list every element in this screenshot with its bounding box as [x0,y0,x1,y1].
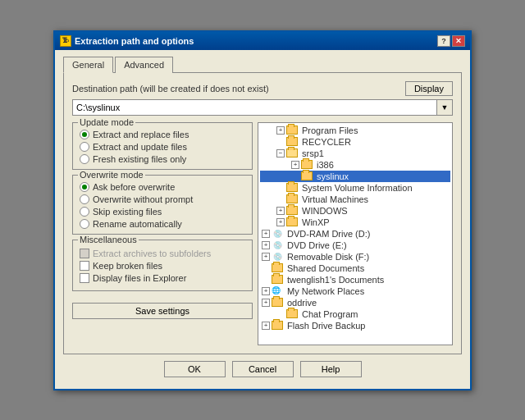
tree-item[interactable]: twenglish1's Documents [260,274,450,285]
tree-expander[interactable]: + [276,218,285,226]
radio-circle-rename-auto [80,219,89,229]
tree-expander[interactable]: + [262,241,270,249]
tree-expander[interactable]: + [291,161,299,169]
radio-label-overwrite-noprompt: Overwrite without prompt [93,194,193,204]
checkbox-extract-subfolders[interactable]: Extract archives to subfolders [80,249,245,258]
radio-extract-update[interactable]: Extract and update files [80,142,245,152]
radio-label-rename-auto: Rename automatically [93,219,182,229]
help-button[interactable]: Help [300,361,362,377]
destination-dropdown[interactable]: ▼ [436,99,453,116]
tree-view[interactable]: +Program FilesRECYCLER−srsp1+i386syslinu… [258,123,452,345]
tree-item[interactable]: +🌐My Network Places [260,285,450,297]
folder-icon [272,275,283,284]
folder-icon [301,171,313,180]
radio-skip-existing[interactable]: Skip existing files [80,207,245,217]
tree-item-label: Chat Program [302,309,358,319]
tree-item[interactable]: +💿DVD Drive (E:) [260,240,450,251]
tree-expander[interactable]: + [276,207,285,215]
left-panel: Update mode Extract and replace files Ex… [72,122,253,345]
tree-item[interactable]: +WINDOWS [260,205,450,217]
radio-label-ask-overwrite: Ask before overwrite [93,182,175,192]
tree-item-label: RECYCLER [302,137,351,147]
tree-item[interactable]: +💿Removable Disk (F:) [260,251,450,262]
help-title-button[interactable]: ? [437,35,450,47]
folder-icon [272,298,283,307]
miscellaneous-group: Miscellaneous Extract archives to subfol… [72,240,253,291]
main-area: Update mode Extract and replace files Ex… [72,122,453,345]
folder-icon [301,160,313,169]
tree-expander[interactable]: + [262,322,270,330]
miscellaneous-label: Miscellaneous [78,235,139,244]
tree-expander[interactable]: + [276,126,285,135]
save-settings-button[interactable]: Save settings [72,303,253,319]
radio-label-extract-update: Extract and update files [93,142,187,152]
tree-item-label: oddrive [287,298,317,308]
tree-item-label: Flash Drive Backup [287,321,365,331]
tree-panel: +Program FilesRECYCLER−srsp1+i386syslinu… [258,122,453,345]
folder-icon [286,217,298,226]
tree-expander[interactable]: − [276,149,285,158]
folder-icon [286,194,298,203]
tree-expander[interactable]: + [262,287,270,295]
radio-label-skip-existing: Skip existing files [93,207,162,217]
overwrite-mode-group: Overwrite mode Ask before overwrite Over… [72,175,253,235]
tree-expander-empty [276,184,285,192]
tree-item[interactable]: +oddrive [260,297,450,308]
destination-label: Destination path (will be created if doe… [72,84,269,94]
tree-item[interactable]: +Flash Drive Backup [260,320,450,331]
display-button[interactable]: Display [405,81,453,96]
tab-general[interactable]: General [63,57,113,73]
tree-item-label: Virtual Machines [302,194,368,204]
tree-expander[interactable]: + [262,230,270,238]
app-icon: 🗜 [60,35,71,47]
tree-item[interactable]: +💿DVD-RAM Drive (D:) [260,228,450,240]
title-buttons: ? ✕ [437,35,465,47]
tree-item[interactable]: System Volume Information [260,182,450,194]
radio-overwrite-noprompt[interactable]: Overwrite without prompt [80,194,245,204]
destination-row: Destination path (will be created if doe… [72,81,453,96]
checkbox-display-explorer[interactable]: Display files in Explorer [80,273,245,283]
radio-label-extract-replace: Extract and replace files [93,130,189,139]
radio-circle-extract-update [80,142,89,152]
radio-ask-overwrite[interactable]: Ask before overwrite [80,182,245,192]
checkbox-label-display-explorer: Display files in Explorer [93,273,186,283]
tree-item[interactable]: syslinux [260,171,450,182]
folder-icon [272,263,283,272]
tree-expander[interactable]: + [262,253,270,261]
tree-item[interactable]: RECYCLER [260,136,450,148]
tree-item[interactable]: Shared Documents [260,262,450,274]
radio-fresh-existing[interactable]: Fresh existing files only [80,154,245,164]
folder-icon [272,321,283,330]
radio-circle-ask-overwrite [80,182,89,192]
cancel-button[interactable]: Cancel [232,361,294,377]
tree-expander[interactable]: + [262,299,270,307]
tree-item[interactable]: +WinXP [260,217,450,228]
dialog-window: 🗜 Extraction path and options ? ✕ Genera… [53,30,472,390]
tree-expander-empty [291,172,299,180]
tab-panel: Destination path (will be created if doe… [63,72,462,354]
destination-input[interactable] [72,99,436,116]
tree-item[interactable]: Virtual Machines [260,194,450,205]
radio-extract-replace[interactable]: Extract and replace files [80,130,245,139]
tree-item-label: DVD Drive (E:) [287,240,347,250]
checkbox-keep-broken[interactable]: Keep broken files [80,261,245,271]
radio-rename-auto[interactable]: Rename automatically [80,219,245,229]
network-icon: 🌐 [272,286,283,296]
drive-icon: 💿 [272,252,283,262]
drive-icon: 💿 [272,240,283,250]
radio-circle-skip-existing [80,207,89,217]
tree-item[interactable]: +i386 [260,159,450,171]
tree-item[interactable]: Chat Program [260,308,450,320]
tree-expander-empty [276,310,285,318]
update-mode-label: Update mode [78,117,135,127]
tree-item[interactable]: +Program Files [260,125,450,136]
folder-icon [286,309,298,318]
close-title-button[interactable]: ✕ [452,35,465,47]
radio-label-fresh-existing: Fresh existing files only [93,154,186,164]
folder-icon [286,183,298,192]
ok-button[interactable]: OK [164,361,226,377]
tree-item[interactable]: −srsp1 [260,148,450,159]
tab-advanced[interactable]: Advanced [115,57,173,73]
overwrite-mode-options: Ask before overwrite Overwrite without p… [80,182,245,229]
tree-item-label: twenglish1's Documents [287,275,384,285]
